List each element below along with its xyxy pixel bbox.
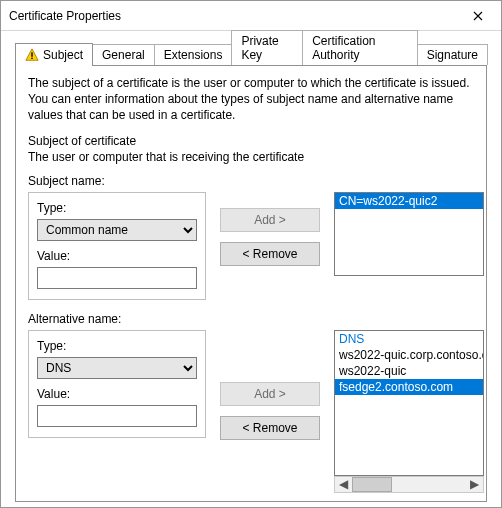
- alt-name-box: Type: DNS Value:: [28, 330, 206, 438]
- close-icon: [473, 11, 483, 21]
- tab-ca[interactable]: Certification Authority: [302, 30, 418, 65]
- section-heading: Subject of certificate: [28, 134, 474, 148]
- subject-type-select[interactable]: Common name: [37, 219, 197, 241]
- tab-extensions-label: Extensions: [164, 48, 223, 62]
- tab-private-key[interactable]: Private Key: [231, 30, 303, 65]
- alt-list-hscrollbar[interactable]: ◀ ▶: [334, 476, 484, 493]
- section-sub: The user or computer that is receiving t…: [28, 150, 474, 164]
- alt-name-listbox[interactable]: DNS ws2022-quic.corp.contoso.com ws2022-…: [334, 330, 484, 476]
- tab-ca-label: Certification Authority: [312, 34, 408, 62]
- tabstrip: Subject General Extensions Private Key C…: [15, 41, 487, 65]
- scroll-left-icon[interactable]: ◀: [335, 477, 352, 492]
- tab-private-key-label: Private Key: [241, 34, 293, 62]
- alt-type-label: Type:: [37, 339, 197, 353]
- tab-general-label: General: [102, 48, 145, 62]
- tab-subject[interactable]: Subject: [15, 43, 93, 66]
- subject-type-label: Type:: [37, 201, 197, 215]
- subject-value-input[interactable]: [37, 267, 197, 289]
- alt-add-button[interactable]: Add >: [220, 382, 320, 406]
- tab-extensions[interactable]: Extensions: [154, 44, 233, 65]
- titlebar: Certificate Properties: [1, 1, 501, 31]
- subject-remove-button[interactable]: < Remove: [220, 242, 320, 266]
- window-title: Certificate Properties: [9, 9, 455, 23]
- alt-remove-button[interactable]: < Remove: [220, 416, 320, 440]
- svg-rect-0: [31, 52, 32, 56]
- list-item[interactable]: CN=ws2022-quic2: [335, 193, 483, 209]
- subject-description: The subject of a certificate is the user…: [28, 75, 474, 124]
- tab-panel-subject: The subject of a certificate is the user…: [15, 65, 487, 502]
- list-item[interactable]: ws2022-quic: [335, 363, 483, 379]
- alt-value-input[interactable]: [37, 405, 197, 427]
- tab-subject-label: Subject: [43, 48, 83, 62]
- subject-name-label: Subject name:: [28, 174, 474, 188]
- subject-name-listbox[interactable]: CN=ws2022-quic2: [334, 192, 484, 276]
- tab-general[interactable]: General: [92, 44, 155, 65]
- tab-signature[interactable]: Signature: [417, 44, 488, 65]
- svg-rect-1: [31, 58, 32, 59]
- alt-value-label: Value:: [37, 387, 197, 401]
- list-item[interactable]: fsedge2.contoso.com: [335, 379, 483, 395]
- close-button[interactable]: [455, 1, 501, 31]
- warning-icon: [25, 48, 39, 62]
- alt-type-select[interactable]: DNS: [37, 357, 197, 379]
- subject-add-button[interactable]: Add >: [220, 208, 320, 232]
- scroll-thumb[interactable]: [352, 477, 392, 492]
- tab-signature-label: Signature: [427, 48, 478, 62]
- scroll-track[interactable]: [352, 477, 466, 492]
- subject-name-box: Type: Common name Value:: [28, 192, 206, 300]
- alt-name-label: Alternative name:: [28, 312, 474, 326]
- scroll-right-icon[interactable]: ▶: [466, 477, 483, 492]
- subject-value-label: Value:: [37, 249, 197, 263]
- list-header: DNS: [335, 331, 483, 347]
- dialog-button-row: OK Cancel Apply: [1, 502, 501, 508]
- list-item[interactable]: ws2022-quic.corp.contoso.com: [335, 347, 483, 363]
